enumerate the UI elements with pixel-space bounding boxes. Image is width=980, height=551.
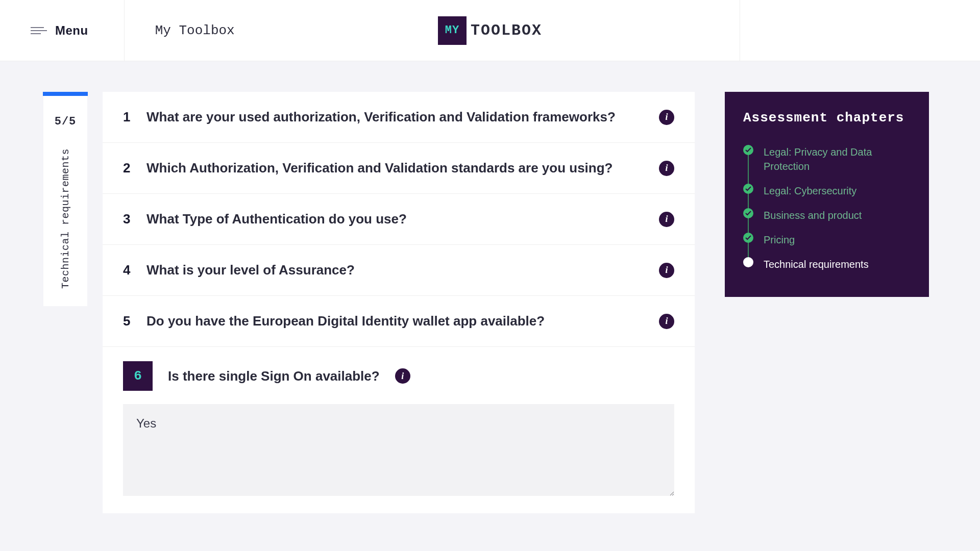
chapters-title: Assessment chapters <box>743 110 911 126</box>
chapter-label: Technical requirements <box>764 257 869 271</box>
chapter-item-legal-cyber[interactable]: Legal: Cybersecurity <box>743 179 911 203</box>
chapter-label: Pricing <box>764 233 795 247</box>
info-icon[interactable]: i <box>659 161 674 176</box>
progress-bar <box>43 92 88 96</box>
question-item-1[interactable]: 1 What are your used authorization, Veri… <box>103 92 695 143</box>
question-text: Which Authorization, Verification and Va… <box>146 160 645 176</box>
chapter-label: Business and product <box>764 208 862 222</box>
progress-label: Technical requirements <box>60 148 71 289</box>
info-icon[interactable]: i <box>659 263 674 278</box>
info-icon[interactable]: i <box>659 314 674 329</box>
question-number: 2 <box>123 160 132 176</box>
question-number: 5 <box>123 313 132 329</box>
question-number: 1 <box>123 109 132 125</box>
question-number: 3 <box>123 211 132 227</box>
logo-badge: MY <box>438 16 467 45</box>
menu-button[interactable]: Menu <box>31 23 88 38</box>
app-header: Menu My Toolbox MY TOOLBOX <box>0 0 980 61</box>
question-text: What are your used authorization, Verifi… <box>146 109 645 125</box>
answer-textarea[interactable] <box>123 404 674 496</box>
check-icon <box>743 233 753 243</box>
check-icon <box>743 208 753 218</box>
info-icon[interactable]: i <box>395 368 410 384</box>
menu-label: Menu <box>55 23 88 38</box>
progress-count: 5/5 <box>55 115 77 128</box>
question-item-active: 6 Is there single Sign On available? i <box>103 347 695 513</box>
chapter-item-pricing[interactable]: Pricing <box>743 228 911 252</box>
chapter-item-business[interactable]: Business and product <box>743 203 911 228</box>
header-divider <box>124 0 125 61</box>
chapter-label: Legal: Cybersecurity <box>764 184 856 198</box>
current-dot-icon <box>743 257 753 267</box>
breadcrumb[interactable]: My Toolbox <box>155 23 235 38</box>
question-panel: 1 What are your used authorization, Veri… <box>103 92 695 513</box>
info-icon[interactable]: i <box>659 110 674 125</box>
app-logo[interactable]: MY TOOLBOX <box>438 16 542 45</box>
question-text: Do you have the European Digital Identit… <box>146 313 645 329</box>
chapter-item-technical[interactable]: Technical requirements <box>743 252 911 277</box>
question-item-4[interactable]: 4 What is your level of Assurance? i <box>103 245 695 296</box>
logo-text: TOOLBOX <box>471 22 542 39</box>
question-number: 4 <box>123 262 132 278</box>
question-item-5[interactable]: 5 Do you have the European Digital Ident… <box>103 296 695 347</box>
hamburger-icon <box>31 27 47 34</box>
question-text: What is your level of Assurance? <box>146 262 645 278</box>
chapter-label: Legal: Privacy and Data Protection <box>764 145 911 173</box>
question-text-active: Is there single Sign On available? <box>168 368 380 384</box>
chapter-item-legal-privacy[interactable]: Legal: Privacy and Data Protection <box>743 140 911 179</box>
chapter-list: Legal: Privacy and Data Protection Legal… <box>743 140 911 277</box>
check-icon <box>743 184 753 194</box>
question-item-3[interactable]: 3 What Type of Authentication do you use… <box>103 194 695 245</box>
header-divider-right <box>740 0 740 61</box>
check-icon <box>743 145 753 155</box>
progress-tab: 5/5 Technical requirements <box>43 92 87 306</box>
question-text: What Type of Authentication do you use? <box>146 211 645 227</box>
question-number-active: 6 <box>123 361 153 391</box>
info-icon[interactable]: i <box>659 212 674 227</box>
chapters-sidebar: Assessment chapters Legal: Privacy and D… <box>725 92 929 297</box>
question-item-2[interactable]: 2 Which Authorization, Verification and … <box>103 143 695 194</box>
main-content: 5/5 Technical requirements 1 What are yo… <box>0 61 980 513</box>
